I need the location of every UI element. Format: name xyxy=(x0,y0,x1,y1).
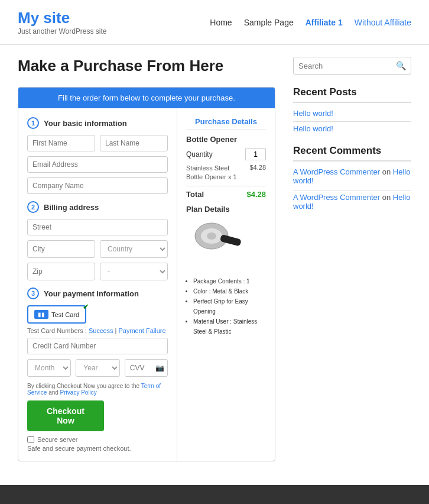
last-name-input[interactable] xyxy=(100,135,168,151)
product-image xyxy=(186,218,257,272)
comment-1: A WordPress Commenter on Hello world! xyxy=(293,167,411,185)
plan-features-list: Package Contents : 1 Color : Metal & Bla… xyxy=(186,276,266,337)
plan-feature-3: Perfect Grip for Easy Opening xyxy=(193,296,266,316)
checkmark-icon: ✔ xyxy=(83,302,89,311)
dash-select[interactable]: - xyxy=(100,263,168,280)
email-input[interactable] xyxy=(27,156,168,173)
card-details-row: Month Year 📷 xyxy=(27,359,168,377)
cvv-field: 📷 xyxy=(125,359,168,377)
main-nav: Home Sample Page Affiliate 1 Without Aff… xyxy=(210,18,411,27)
card-numbers-row: Test Card Numbers : Success | Payment Fa… xyxy=(27,327,168,334)
secure-checkbox[interactable] xyxy=(27,436,34,443)
success-link[interactable]: Success xyxy=(89,327,113,334)
item-price-row: Stainless Steel Bottle Opener x 1 $4.28 xyxy=(186,164,266,186)
recent-comments-title: Recent Comments xyxy=(293,145,411,161)
plan-feature-4: Material User : Stainless Steel & Plasti… xyxy=(193,316,266,337)
search-input[interactable] xyxy=(298,62,396,70)
card-icon: ▮▮ xyxy=(34,310,48,319)
purchase-title: Purchase Details xyxy=(186,117,266,130)
total-row: Total $4.28 xyxy=(186,190,266,199)
secure-server-text: Secure server xyxy=(37,436,77,443)
content-area: Make a Purchase From Here Fill the order… xyxy=(18,57,275,461)
nav-sample-page[interactable]: Sample Page xyxy=(244,18,294,27)
form-left: 1 Your basic information xyxy=(18,108,177,461)
section-basic-info-header: 1 Your basic information xyxy=(27,117,168,129)
header: My site Just another WordPress site Home… xyxy=(0,0,429,45)
quantity-row: Quantity xyxy=(186,148,266,160)
quantity-input[interactable] xyxy=(245,148,266,160)
zip-input[interactable] xyxy=(27,263,95,280)
site-branding: My site Just another WordPress site xyxy=(18,9,107,35)
purchase-details-panel: Purchase Details Bottle Opener Quantity … xyxy=(177,108,275,461)
svg-point-3 xyxy=(207,232,216,240)
nav-without-affiliate[interactable]: Without Affiliate xyxy=(355,18,411,27)
search-box: 🔍 xyxy=(293,57,411,75)
checkout-button[interactable]: Checkout Now xyxy=(27,400,104,431)
street-input[interactable] xyxy=(27,219,168,235)
city-country-row: Country xyxy=(27,240,168,258)
name-row xyxy=(27,135,168,151)
bottle-opener-svg xyxy=(189,219,254,270)
total-label: Total xyxy=(186,190,204,199)
section-1-label: Your basic information xyxy=(44,119,127,128)
sidebar: 🔍 Recent Posts Hello world! Hello world!… xyxy=(293,57,411,461)
recent-posts-title: Recent Posts xyxy=(293,86,411,103)
safe-text: Safe and secure payment checkout. xyxy=(27,445,168,452)
zip-row: - xyxy=(27,263,168,280)
test-card-label: Test Card xyxy=(51,311,79,318)
section-3-num: 3 xyxy=(27,287,39,299)
section-3-label: Your payment information xyxy=(44,289,139,298)
test-card-button[interactable]: ▮▮ Test Card xyxy=(27,305,86,324)
plan-feature-1: Package Contents : 1 xyxy=(193,276,266,286)
month-select[interactable]: Month xyxy=(27,359,71,377)
posts-divider-1 xyxy=(293,121,411,122)
card-numbers-label: Test Card Numbers : xyxy=(27,327,87,334)
secure-server-row: Secure server xyxy=(27,436,168,443)
recent-posts-section: Recent Posts Hello world! Hello world! xyxy=(293,86,411,133)
checkout-disclaimer: By clicking Checkout Now you agree to th… xyxy=(27,383,168,396)
order-form-container: Fill the order form below to complete yo… xyxy=(18,87,275,461)
country-select[interactable]: Country xyxy=(100,240,168,258)
first-name-input[interactable] xyxy=(27,135,95,151)
form-body: 1 Your basic information xyxy=(18,108,275,461)
plan-feature-2: Color : Metal & Black xyxy=(193,286,266,296)
cvv-input[interactable] xyxy=(125,360,152,376)
quantity-label: Quantity xyxy=(186,150,213,159)
product-name: Bottle Opener xyxy=(186,135,266,144)
section-payment-header: 3 Your payment information xyxy=(27,287,168,299)
item-price: $4.28 xyxy=(249,164,266,182)
main-container: Make a Purchase From Here Fill the order… xyxy=(0,45,429,473)
section-2-num: 2 xyxy=(27,201,39,213)
plan-title: Plan Details xyxy=(186,205,266,214)
section-2-label: Billing address xyxy=(44,203,99,212)
section-1-num: 1 xyxy=(27,117,39,129)
nav-affiliate1[interactable]: Affiliate 1 xyxy=(306,18,343,27)
year-select[interactable]: Year xyxy=(76,359,119,377)
nav-home[interactable]: Home xyxy=(210,18,232,27)
total-price: $4.28 xyxy=(246,190,266,199)
footer-dark: Colorway Theme Footer is widgetized. To … xyxy=(0,485,429,504)
page-title: Make a Purchase From Here xyxy=(18,57,275,75)
comments-divider xyxy=(293,190,411,190)
site-tagline: Just another WordPress site xyxy=(18,27,107,35)
recent-post-2[interactable]: Hello world! xyxy=(293,124,411,133)
city-input[interactable] xyxy=(27,240,95,258)
section-billing-header: 2 Billing address xyxy=(27,201,168,213)
privacy-link[interactable]: Privacy Policy xyxy=(60,389,97,396)
credit-card-input[interactable] xyxy=(27,338,168,354)
comment-2: A WordPress Commenter on Hello world! xyxy=(293,193,411,211)
item-label: Stainless Steel Bottle Opener x 1 xyxy=(186,164,242,182)
form-header: Fill the order form below to complete yo… xyxy=(18,88,275,108)
cvv-icon: 📷 xyxy=(152,364,167,372)
company-input[interactable] xyxy=(27,177,168,194)
failure-link[interactable]: Payment Failure xyxy=(119,327,166,334)
site-title: My site xyxy=(18,9,107,27)
recent-post-1[interactable]: Hello world! xyxy=(293,109,411,118)
recent-comments-section: Recent Comments A WordPress Commenter on… xyxy=(293,145,411,211)
search-icon: 🔍 xyxy=(396,61,406,70)
